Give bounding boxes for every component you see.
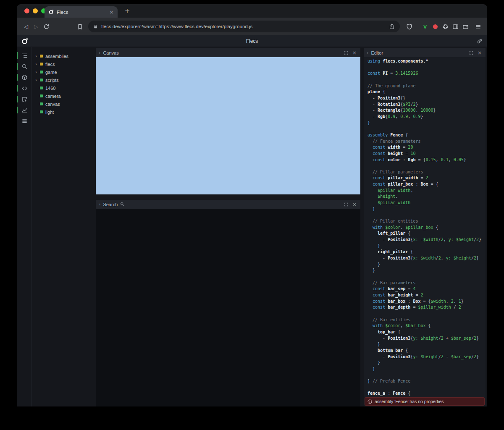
flecs-logo-icon xyxy=(21,38,28,45)
code-line: const bar_depth = $pillar_width / 2 xyxy=(368,304,486,311)
close-panel-icon[interactable]: × xyxy=(477,50,483,56)
editor-code[interactable]: using flecs.components.* const PI = 3.14… xyxy=(364,57,486,396)
code-line: plane { xyxy=(368,89,486,95)
shield-button[interactable] xyxy=(404,21,414,31)
code-line: - Rotation3{$PI/2} xyxy=(368,102,486,108)
entity-color-square xyxy=(40,71,43,73)
browser-tab[interactable]: Flecs × xyxy=(45,6,118,18)
address-bar[interactable]: flecs.dev/explorer/?wasm=https://www.fle… xyxy=(88,21,400,32)
expand-arrow-icon[interactable]: › xyxy=(35,53,40,59)
menu-icon xyxy=(475,24,481,30)
chevron-icon[interactable]: › xyxy=(99,50,100,55)
chevron-icon[interactable]: › xyxy=(367,50,368,55)
code-line: // Pillar entities xyxy=(368,218,486,225)
record-extension-button[interactable] xyxy=(430,21,440,31)
expand-panel-button[interactable] xyxy=(343,202,349,207)
code-line: } // Prefab Fence xyxy=(368,378,486,385)
tab-close-icon[interactable]: × xyxy=(109,9,114,15)
tree-item-1460[interactable]: 1460 xyxy=(32,84,93,92)
forward-button[interactable]: ▷ xyxy=(31,21,41,31)
side-panel-icon xyxy=(452,24,459,30)
tree-item-label: flecs xyxy=(45,62,55,67)
editor-panel-title: Editor xyxy=(371,50,383,55)
code-line xyxy=(368,385,486,391)
share-icon[interactable] xyxy=(389,24,395,29)
side-panel-button[interactable] xyxy=(450,21,460,31)
editor-panel-header[interactable]: › Editor × xyxy=(364,48,486,57)
code-line: const color : Rgb = {0.15, 0.1, 0.05} xyxy=(368,157,486,163)
search-results-area xyxy=(96,209,360,406)
window-close-button[interactable] xyxy=(24,8,29,13)
code-line: // Pillar parameters xyxy=(368,169,486,176)
chart-icon[interactable] xyxy=(17,107,32,113)
canvas-viewport[interactable] xyxy=(96,57,360,194)
inspect-icon[interactable] xyxy=(17,96,32,102)
search-panel-header[interactable]: › Search × xyxy=(96,200,360,209)
reload-icon xyxy=(43,24,50,30)
layers-icon[interactable] xyxy=(17,118,32,124)
canvas-panel-header[interactable]: › Canvas × xyxy=(96,48,360,57)
chevron-icon[interactable]: › xyxy=(99,202,100,207)
tree-item-camera[interactable]: camera xyxy=(32,92,93,100)
code-line: - Position3{x: -$width/2, y: $height/2} xyxy=(368,237,486,243)
code-line xyxy=(368,77,486,83)
code-line: with $color, $pillar_box { xyxy=(368,225,486,231)
editor-panel: › Editor × using flecs.components.* cons… xyxy=(364,48,486,406)
v-extension-icon: V xyxy=(423,24,427,30)
close-panel-icon[interactable]: × xyxy=(352,50,357,56)
bookmark-icon xyxy=(77,24,83,30)
app-content: ›assemblies›flecs›game›scripts1460camera… xyxy=(17,47,487,406)
expand-panel-button[interactable] xyxy=(468,50,474,56)
info-circle-icon xyxy=(368,399,372,404)
expand-arrow-icon[interactable]: › xyxy=(35,69,40,75)
back-button[interactable]: ◁ xyxy=(21,21,31,31)
entity-color-square xyxy=(40,63,43,66)
bookmark-button[interactable] xyxy=(75,21,85,31)
close-panel-icon[interactable]: × xyxy=(352,202,357,207)
code-line: right_pillar { xyxy=(368,249,486,255)
cube-icon[interactable] xyxy=(17,74,32,81)
tree-item-canvas[interactable]: canvas xyxy=(32,100,93,108)
tree-item-label: light xyxy=(45,110,54,115)
code-line: left_pillar { xyxy=(368,231,486,237)
tree-item-label: scripts xyxy=(45,78,59,83)
flecs-favicon-icon xyxy=(48,9,54,15)
expand-arrow-icon[interactable]: › xyxy=(35,77,40,83)
entity-color-square xyxy=(40,55,43,58)
wallet-icon xyxy=(462,24,469,30)
code-line: - Rgb{0.9, 0.9, 0.9} xyxy=(368,114,486,120)
tree-item-flecs[interactable]: ›flecs xyxy=(32,60,93,68)
tree-icon[interactable] xyxy=(17,52,32,59)
code-line: const bar_sep = 4 xyxy=(368,286,486,292)
menu-button[interactable] xyxy=(473,21,483,31)
tree-item-game[interactable]: ›game xyxy=(32,68,93,76)
tree-item-scripts[interactable]: ›scripts xyxy=(32,76,93,84)
extensions-puzzle-icon xyxy=(442,24,449,30)
wallet-button[interactable] xyxy=(460,21,470,31)
code-line xyxy=(368,274,486,280)
tree-item-light[interactable]: light xyxy=(32,108,93,116)
v-extension-button[interactable]: V xyxy=(420,21,430,31)
tree-item-assemblies[interactable]: ›assemblies xyxy=(32,52,93,60)
url-text[interactable]: flecs.dev/explorer/?wasm=https://www.fle… xyxy=(101,24,386,29)
tab-strip: Flecs × + xyxy=(17,4,487,18)
tree-item-label: 1460 xyxy=(45,86,55,91)
code-line: // The ground plane xyxy=(368,83,486,89)
canvas-panel: › Canvas × xyxy=(96,48,360,194)
expand-panel-button[interactable] xyxy=(343,50,349,56)
extensions-button[interactable] xyxy=(440,21,450,31)
code-line xyxy=(368,311,486,317)
window-minimize-button[interactable] xyxy=(33,8,38,13)
code-line: const height = 10 xyxy=(368,151,486,157)
code-icon[interactable] xyxy=(17,85,32,92)
tab-title: Flecs xyxy=(57,10,106,15)
search-icon[interactable] xyxy=(17,63,32,70)
link-icon[interactable] xyxy=(476,38,483,45)
expand-icon xyxy=(344,51,348,55)
reload-button[interactable] xyxy=(41,21,51,31)
expand-arrow-icon[interactable]: › xyxy=(35,61,40,67)
code-line: fence_a : Fence { xyxy=(368,391,486,396)
new-tab-button[interactable]: + xyxy=(123,7,131,15)
entity-color-square xyxy=(40,94,43,97)
code-line: } xyxy=(368,243,486,249)
